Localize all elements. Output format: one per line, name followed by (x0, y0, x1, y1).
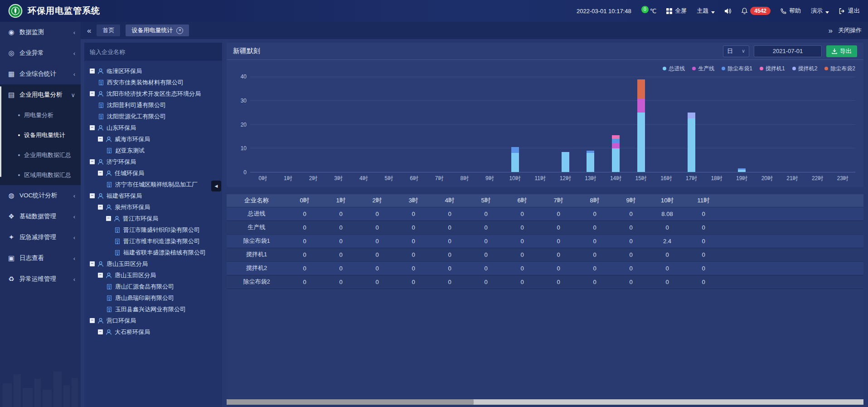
logout-button[interactable]: 退出 (839, 7, 860, 15)
table-row[interactable]: 总进线00000000008.080 (227, 207, 863, 221)
tabs-scroll-left-icon[interactable]: « (87, 27, 91, 34)
collapse-expander-icon[interactable]: − (90, 261, 95, 266)
tree-collapse-button[interactable]: ◀ (211, 181, 221, 191)
tree-org-node[interactable]: −任城环保局 (87, 167, 219, 179)
tree-company-node[interactable]: 福建省联丰盛漂染植绒有限公司 (87, 247, 219, 258)
chart-bar[interactable] (713, 77, 721, 172)
collapse-expander-icon[interactable]: − (90, 159, 95, 164)
tree-company-node[interactable]: 晋江市隆盛针织印染有限公司 (87, 224, 219, 235)
tree-org-node[interactable]: −营口环保局 (87, 315, 219, 326)
tree-org-node[interactable]: −临潼区环保局 (87, 65, 219, 77)
tabs-scroll-right-icon[interactable]: » (829, 27, 833, 34)
chart-bar[interactable] (410, 77, 418, 172)
legend-item[interactable]: 搅拌机1 (760, 65, 785, 73)
sidebar-item[interactable]: ◎企业异常‹ (0, 43, 81, 64)
chart-bar[interactable] (486, 77, 494, 172)
sidebar-item[interactable]: ◉数据监测‹ (0, 22, 81, 43)
table-row[interactable]: 除尘布袋100000000002.40 (227, 234, 863, 248)
scrollbar-thumb[interactable] (227, 399, 474, 405)
demo-dropdown[interactable]: 演示 (811, 7, 829, 15)
tree-company-node[interactable]: 沈阳普利司通有限公司 (87, 99, 219, 111)
collapse-expander-icon[interactable]: − (90, 125, 95, 130)
sidebar-item[interactable]: ◍VOC统计分析‹ (0, 185, 81, 206)
export-button[interactable]: 导出 (826, 45, 857, 57)
sidebar-subitem[interactable]: 用电量分析 (0, 105, 81, 125)
legend-item[interactable]: 搅拌机2 (792, 65, 818, 73)
collapse-expander-icon[interactable]: − (98, 329, 103, 334)
collapse-expander-icon[interactable]: − (90, 69, 95, 74)
legend-item[interactable]: 生产线 (692, 65, 714, 73)
chart-bar[interactable] (335, 77, 342, 172)
chart-bar[interactable] (562, 77, 569, 172)
sidebar-subitem[interactable]: 区域用电数据汇总 (0, 165, 81, 185)
sidebar-item[interactable]: ♻异常运维管理‹ (0, 269, 81, 289)
tab-home[interactable]: 首页 (97, 25, 120, 36)
sidebar-subitem[interactable]: 设备用电量统计 (0, 125, 81, 145)
collapse-expander-icon[interactable]: − (98, 171, 103, 176)
legend-item[interactable]: 总进线 (663, 65, 685, 73)
collapse-expander-icon[interactable]: − (98, 205, 103, 210)
legend-item[interactable]: 除尘布袋1 (722, 65, 752, 73)
collapse-expander-icon[interactable]: − (106, 216, 111, 221)
tree-company-node[interactable]: 晋江市维丰织造漂染有限公司 (87, 235, 219, 247)
tree-company-node[interactable]: 济宁市任城区顺祥纸制品加工厂 (87, 179, 219, 190)
chart-bar[interactable] (511, 77, 519, 172)
chart-bar[interactable] (536, 77, 544, 172)
tree-org-node[interactable]: −福建省环保局 (87, 190, 219, 201)
collapse-expander-icon[interactable]: − (98, 137, 103, 142)
notifications-button[interactable]: 4542 (742, 7, 771, 15)
tree-company-node[interactable]: 玉田县鑫兴达网业有限公司 (87, 304, 219, 315)
chart-bar[interactable] (839, 77, 847, 172)
chart-bar[interactable] (587, 77, 594, 172)
tree-org-node[interactable]: −大石桥环保局 (87, 326, 219, 338)
table-row[interactable]: 生产线000000000000 (227, 221, 863, 234)
tab-close-icon[interactable]: × (176, 27, 183, 34)
sidebar-item[interactable]: ✦应急减排管理‹ (0, 227, 81, 248)
sidebar-scrollbar[interactable] (0, 86, 1, 177)
fullscreen-button[interactable]: 全屏 (666, 7, 687, 15)
sidebar-item[interactable]: ❖基础数据管理‹ (0, 206, 81, 227)
tree-org-node[interactable]: −沈阳市经济技术开发区生态环境分局 (87, 88, 219, 99)
chart-bar[interactable] (612, 77, 620, 172)
theme-dropdown[interactable]: 主题 (697, 7, 715, 15)
collapse-expander-icon[interactable]: − (90, 193, 95, 198)
chart-bar[interactable] (763, 77, 771, 172)
sidebar-item[interactable]: ▦企业综合统计‹ (0, 64, 81, 84)
tree-company-node[interactable]: 唐山汇源食品有限公司 (87, 281, 219, 292)
chart-bar[interactable] (310, 77, 317, 172)
tree-org-node[interactable]: −晋江市环保局 (87, 213, 219, 224)
help-button[interactable]: 帮助 (781, 7, 801, 15)
date-picker[interactable]: 2021-07-01 (754, 45, 822, 57)
period-select[interactable]: 日 ∨ (723, 45, 749, 57)
table-row[interactable]: 搅拌机1000000000000 (227, 248, 863, 261)
tree-org-node[interactable]: −山东环保局 (87, 122, 219, 133)
legend-item[interactable]: 除尘布袋2 (824, 65, 855, 73)
close-operations-button[interactable]: 关闭操作 (838, 26, 862, 34)
collapse-expander-icon[interactable]: − (90, 318, 95, 323)
chart-bar[interactable] (814, 77, 821, 172)
tree-company-node[interactable]: 沈阳世源化工有限公司 (87, 111, 219, 122)
tree-org-node[interactable]: −泉州市环保局 (87, 201, 219, 213)
chart-bar[interactable] (662, 77, 670, 172)
tree-company-node[interactable]: 唐山鼎瑞印刷有限公司 (87, 292, 219, 304)
tree-org-node[interactable]: −济宁环保局 (87, 156, 219, 167)
chart-bar[interactable] (284, 77, 292, 172)
chart-bar[interactable] (385, 77, 393, 172)
tree-org-node[interactable]: −唐山玉田区分局 (87, 258, 219, 270)
tab-device-power-stats[interactable]: 设备用电量统计 × (126, 25, 189, 36)
chart-bar[interactable] (688, 77, 695, 172)
sidebar-subitem[interactable]: 企业用电数据汇总 (0, 145, 81, 165)
sidebar-item[interactable]: ▤企业用电量分析∨ (0, 84, 81, 105)
chart-bar[interactable] (360, 77, 368, 172)
table-row[interactable]: 搅拌机2000000000000 (227, 261, 863, 275)
chart-bar[interactable] (436, 77, 443, 172)
sound-button[interactable] (725, 8, 732, 14)
collapse-expander-icon[interactable]: − (90, 91, 95, 96)
company-search-input[interactable] (90, 49, 217, 55)
collapse-expander-icon[interactable]: − (98, 273, 103, 278)
chart-bar[interactable] (637, 77, 645, 172)
tree-org-node[interactable]: −威海市环保局 (87, 133, 219, 145)
table-row[interactable]: 除尘布袋2000000000000 (227, 275, 863, 289)
tree-company-node[interactable]: 赵亚东测试 (87, 145, 219, 156)
chart-bar[interactable] (259, 77, 267, 172)
